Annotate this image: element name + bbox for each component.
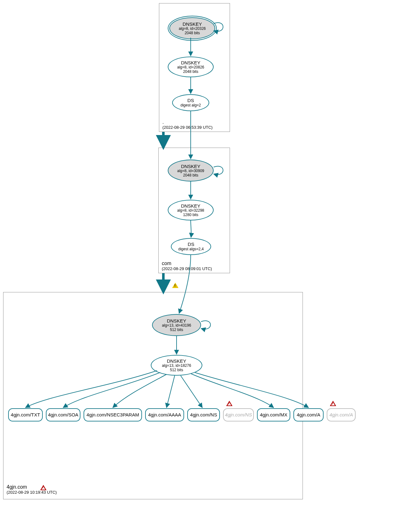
error-icon[interactable] xyxy=(40,485,46,490)
node-sub2: 2048 bits xyxy=(183,70,199,74)
node-sub1: alg=8, id=30909 xyxy=(177,169,204,173)
error-icon[interactable] xyxy=(330,401,336,406)
com-ds[interactable]: DS digest algs=2,4 xyxy=(171,238,211,255)
node-title: DNSKEY xyxy=(181,203,200,209)
rrset-soa[interactable]: 4gjn.com/SOA xyxy=(46,408,80,421)
rrset-aaaa[interactable]: 4gjn.com/AAAA xyxy=(145,408,184,421)
node-sub2: 2048 bits xyxy=(183,173,199,178)
leaf-ksk-dnskey[interactable]: DNSKEY alg=13, id=43196 512 bits xyxy=(152,314,201,336)
root-ds[interactable]: DS digest alg=2 xyxy=(172,94,209,111)
node-sub2: 512 bits xyxy=(170,368,183,372)
rrset-a-extra[interactable]: 4gjn.com/A xyxy=(327,408,356,421)
node-sub2: 1280 bits xyxy=(183,213,199,217)
node-sub1: alg=8, id=20826 xyxy=(177,65,204,70)
zone-leaf-name: 4gjn.com xyxy=(7,484,57,490)
node-title: DNSKEY xyxy=(181,164,200,169)
com-ksk-dnskey[interactable]: DNSKEY alg=8, id=30909 2048 bits xyxy=(168,160,214,182)
root-ksk-dnskey[interactable]: DNSKEY alg=8, id=20326 2048 bits xyxy=(169,17,215,39)
zone-leaf-timestamp: (2022-08-29 10:19:43 UTC) xyxy=(7,490,57,495)
zone-root-timestamp: (2022-08-29 06:53:39 UTC) xyxy=(162,125,213,130)
node-title: DNSKEY xyxy=(183,21,202,27)
rrset-mx[interactable]: 4gjn.com/MX xyxy=(257,408,290,421)
root-zsk-dnskey[interactable]: DNSKEY alg=8, id=20826 2048 bits xyxy=(168,57,214,77)
node-sub1: alg=13, id=18276 xyxy=(162,364,191,368)
leaf-zsk-dnskey[interactable]: DNSKEY alg=13, id=18276 512 bits xyxy=(151,355,202,376)
warning-icon[interactable] xyxy=(172,283,178,288)
zone-com-timestamp: (2022-08-29 08:09:01 UTC) xyxy=(162,266,212,271)
zone-root-name: . xyxy=(162,119,213,125)
node-sub1: alg=8, id=20326 xyxy=(179,27,206,31)
node-title: DNSKEY xyxy=(167,358,186,364)
rrset-txt[interactable]: 4gjn.com/TXT xyxy=(8,408,43,421)
node-sub1: digest algs=2,4 xyxy=(178,247,204,252)
node-title: DS xyxy=(188,242,194,247)
node-sub1: alg=13, id=43196 xyxy=(162,323,191,328)
node-sub1: alg=8, id=32298 xyxy=(177,209,204,213)
error-icon[interactable] xyxy=(226,401,232,406)
rrset-ns[interactable]: 4gjn.com/NS xyxy=(187,408,220,421)
node-sub2: 2048 bits xyxy=(185,31,200,35)
node-title: DNSKEY xyxy=(167,318,186,323)
node-sub2: 512 bits xyxy=(170,328,183,332)
node-sub1: digest alg=2 xyxy=(180,103,201,108)
zone-com-name: com xyxy=(162,261,212,266)
node-title: DNSKEY xyxy=(181,60,200,65)
rrset-a[interactable]: 4gjn.com/A xyxy=(293,408,324,421)
rrset-nsec3param[interactable]: 4gjn.com/NSEC3PARAM xyxy=(84,408,142,421)
rrset-ns-extra[interactable]: 4gjn.com/NS xyxy=(223,408,254,421)
com-zsk-dnskey[interactable]: DNSKEY alg=8, id=32298 1280 bits xyxy=(168,200,214,220)
node-title: DS xyxy=(188,98,194,103)
